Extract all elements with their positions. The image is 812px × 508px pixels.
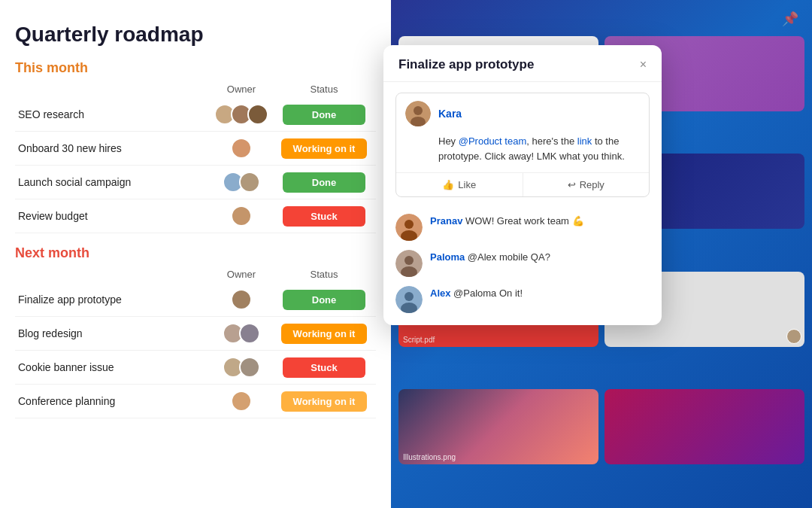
prototype-link[interactable]: link: [577, 135, 592, 147]
task-owner: [208, 205, 275, 227]
status-col-header2: Status: [275, 269, 373, 280]
status-col-header: Status: [275, 84, 373, 95]
reply-username: Alex: [430, 287, 453, 299]
table-row[interactable]: Cookie banner issue Stuck: [15, 351, 376, 385]
list-item: Alex @Paloma On it!: [395, 286, 650, 313]
status-badge: Done: [283, 172, 365, 193]
modal-header: Finalize app prototype ×: [383, 45, 662, 82]
gallery-item[interactable]: Illustrations.png: [398, 389, 598, 464]
status-badge: Working on it: [281, 324, 368, 344]
avatar: [405, 101, 431, 126]
task-name: Finalize app prototype: [18, 294, 208, 306]
owner-col-header: Owner: [208, 84, 275, 95]
table-row[interactable]: Onboard 30 new hires Working on it: [15, 132, 376, 166]
task-status: Done: [275, 105, 373, 125]
status-badge: Stuck: [283, 357, 365, 378]
like-label: Like: [458, 179, 476, 190]
roadmap-panel: Quarterly roadmap This month Owner Statu…: [0, 0, 391, 508]
mention-product-team: @Product team: [459, 135, 527, 147]
task-status: Done: [275, 172, 373, 193]
task-owner: [208, 104, 275, 125]
reply-icon: ↩: [568, 179, 576, 190]
reply-label: Reply: [580, 179, 604, 190]
task-detail-modal: Finalize app prototype × Kara Hey @Produ…: [383, 45, 662, 325]
like-button[interactable]: 👍 Like: [396, 173, 523, 196]
comment-actions: 👍 Like ↩ Reply: [396, 172, 649, 196]
table-row[interactable]: Review budget Stuck: [15, 199, 376, 233]
reply-username: Pranav: [430, 215, 465, 227]
task-owner: [208, 289, 275, 310]
svg-point-7: [404, 256, 414, 265]
task-name: Blog redesign: [18, 327, 208, 339]
svg-point-1: [414, 106, 423, 115]
page-title: Quarterly roadmap: [15, 23, 376, 47]
this-month-section-title: This month: [15, 60, 376, 76]
task-status: Stuck: [275, 357, 373, 378]
task-status: Stuck: [275, 206, 373, 227]
close-button[interactable]: ×: [640, 58, 647, 71]
comment-username: Kara: [438, 108, 462, 120]
task-name: Onboard 30 new hires: [18, 142, 208, 154]
owner-col-header2: Owner: [208, 269, 275, 280]
task-owner: [208, 138, 275, 159]
this-month-table-header: Owner Status: [15, 84, 376, 95]
task-name: SEO research: [18, 108, 208, 120]
pin-icon: 📌: [782, 11, 798, 27]
avatar-group: [223, 357, 260, 378]
table-row[interactable]: Blog redesign Working on it: [15, 317, 376, 351]
comment-text: Hey @Product team, here's the link to th…: [396, 134, 649, 172]
task-name: Cookie banner issue: [18, 361, 208, 373]
avatar: [395, 250, 423, 277]
avatar-group: [223, 172, 260, 193]
status-badge: Working on it: [281, 138, 368, 159]
avatar: [231, 138, 252, 159]
table-row[interactable]: Conference planning Working on it: [15, 385, 376, 418]
gallery-item[interactable]: [604, 389, 804, 464]
replies-section: Pranav WOW! Great work team 💪 Paloma @Al…: [383, 208, 662, 325]
comment-header: Kara: [396, 93, 649, 134]
gallery-label: Illustrations.png: [403, 453, 456, 461]
avatar: [395, 286, 423, 313]
avatar: [231, 391, 252, 412]
main-content: Quarterly roadmap This month Owner Statu…: [0, 0, 812, 508]
modal-title: Finalize app prototype: [398, 57, 534, 72]
avatar-group: [223, 323, 260, 344]
reply-text: Alex @Paloma On it!: [430, 286, 523, 301]
reply-button[interactable]: ↩ Reply: [523, 173, 650, 196]
list-item: Paloma @Alex mobile QA?: [395, 250, 650, 277]
table-row[interactable]: Launch social campaign Done: [15, 166, 376, 199]
reply-username: Paloma: [430, 251, 468, 263]
task-status: Working on it: [275, 138, 373, 159]
svg-point-4: [404, 220, 414, 229]
table-row[interactable]: SEO research Done: [15, 98, 376, 132]
gallery-user-badge: [786, 329, 801, 344]
table-row[interactable]: Finalize app prototype Done: [15, 283, 376, 317]
avatar: [231, 289, 252, 310]
comment-box: Kara Hey @Product team, here's the link …: [395, 93, 650, 197]
avatar: [239, 172, 260, 193]
avatar: [395, 214, 423, 241]
next-month-section-title: Next month: [15, 245, 376, 261]
avatar-group: [231, 138, 252, 159]
task-owner: [208, 357, 275, 378]
task-status: Working on it: [275, 391, 373, 412]
gallery-label: Script.pdf: [403, 336, 435, 344]
avatar: [239, 323, 260, 344]
task-name: Conference planning: [18, 395, 208, 407]
status-badge: Stuck: [283, 206, 365, 227]
task-name: Launch social campaign: [18, 176, 208, 188]
status-badge: Done: [283, 105, 365, 125]
reply-text: Pranav WOW! Great work team 💪: [430, 214, 584, 229]
task-name: Review budget: [18, 210, 208, 222]
next-month-table-header: Owner Status: [15, 269, 376, 280]
reply-text: Paloma @Alex mobile QA?: [430, 250, 550, 265]
task-owner: [208, 323, 275, 344]
task-status: Working on it: [275, 324, 373, 344]
avatar-group: [231, 391, 252, 412]
svg-point-10: [404, 292, 414, 301]
avatar: [231, 205, 252, 227]
list-item: Pranav WOW! Great work team 💪: [395, 214, 650, 241]
gallery-top-bar: 📌: [398, 8, 804, 30]
task-status: Done: [275, 290, 373, 310]
status-badge: Done: [283, 290, 365, 310]
